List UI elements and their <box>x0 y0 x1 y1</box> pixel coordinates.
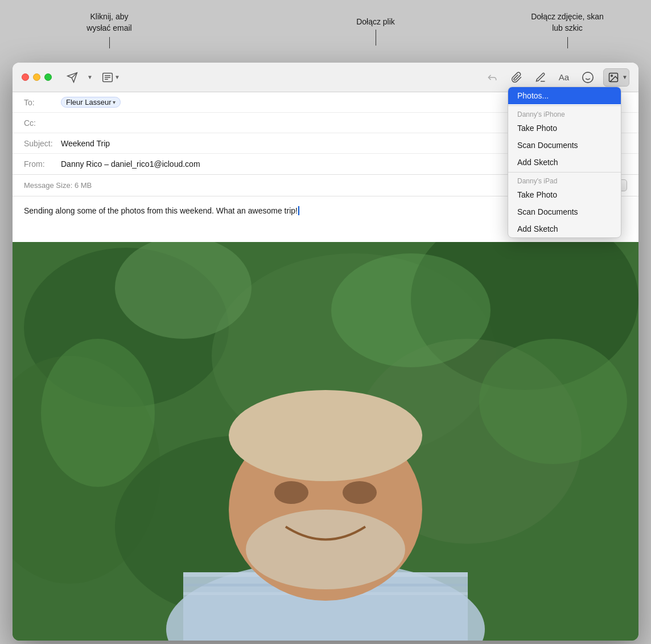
subject-value[interactable]: Weekend Trip <box>61 139 110 148</box>
recipient-dropdown-arrow: ▾ <box>113 99 116 105</box>
svg-point-32 <box>343 481 377 504</box>
to-label: To: <box>24 98 61 107</box>
menu-divider-2 <box>508 172 621 173</box>
reply-button[interactable] <box>483 69 502 85</box>
attach-annotation: Dołącz plik <box>353 17 398 26</box>
from-value: Danny Rico – daniel_rico1@icloud.com <box>61 159 200 169</box>
send-button[interactable] <box>63 69 81 85</box>
text-cursor <box>298 206 299 215</box>
photo-svg <box>13 242 638 641</box>
minimize-button[interactable] <box>33 73 40 81</box>
attach-button[interactable] <box>508 69 526 86</box>
send-annotation: Kliknij, aby wysłać email <box>81 11 138 34</box>
toolbar-right: Aa <box>483 68 629 87</box>
menu-item-ipad-take-photo[interactable]: Take Photo <box>508 186 621 203</box>
send-options-button[interactable]: ▼ <box>86 73 94 81</box>
from-label: From: <box>24 159 61 169</box>
insert-photo-button[interactable] <box>605 71 622 84</box>
svg-point-31 <box>274 481 308 504</box>
svg-point-21 <box>41 339 155 487</box>
photo-dropdown-menu: Photos... Danny's iPhone Take Photo Scan… <box>508 87 621 238</box>
message-size: Message Size: 6 MB <box>24 181 92 190</box>
svg-point-30 <box>246 510 405 589</box>
format-button[interactable]: ▼ <box>98 69 123 85</box>
markup-button[interactable] <box>531 69 550 85</box>
svg-point-10 <box>611 75 613 76</box>
recipient-name: Fleur Lasseur <box>66 98 111 106</box>
svg-point-20 <box>479 339 627 464</box>
menu-divider-1 <box>508 105 621 106</box>
menu-item-photos[interactable]: Photos... <box>508 87 621 104</box>
toolbar: ▼ ▼ <box>63 68 629 87</box>
insert-photo-wrapper: ▼ <box>603 68 629 87</box>
menu-item-iphone-add-sketch[interactable]: Add Sketch <box>508 154 621 171</box>
emoji-button[interactable] <box>578 69 598 86</box>
photo-annotation: Dołącz zdjęcie, skan lub szkic <box>530 11 604 34</box>
ipad-section-header: Danny's iPad <box>508 174 621 186</box>
menu-item-iphone-take-photo[interactable]: Take Photo <box>508 120 621 137</box>
iphone-section-header: Danny's iPhone <box>508 107 621 120</box>
svg-point-19 <box>331 253 491 367</box>
svg-point-6 <box>583 72 593 82</box>
maximize-button[interactable] <box>44 73 52 81</box>
svg-point-29 <box>229 390 422 481</box>
font-button[interactable]: Aa <box>555 70 572 84</box>
cc-label: Cc: <box>24 118 61 128</box>
recipient-tag[interactable]: Fleur Lasseur ▾ <box>61 97 121 108</box>
body-text: Sending along some of the photos from th… <box>24 206 298 215</box>
traffic-lights <box>22 73 52 81</box>
photo-image <box>13 242 638 641</box>
photo-dropdown-arrow[interactable]: ▼ <box>622 74 628 80</box>
close-button[interactable] <box>22 73 29 81</box>
mail-window: ▼ ▼ <box>13 63 638 641</box>
menu-item-ipad-add-sketch[interactable]: Add Sketch <box>508 220 621 237</box>
menu-item-ipad-scan-documents[interactable]: Scan Documents <box>508 203 621 220</box>
menu-item-iphone-scan-documents[interactable]: Scan Documents <box>508 137 621 154</box>
subject-label: Subject: <box>24 139 61 148</box>
